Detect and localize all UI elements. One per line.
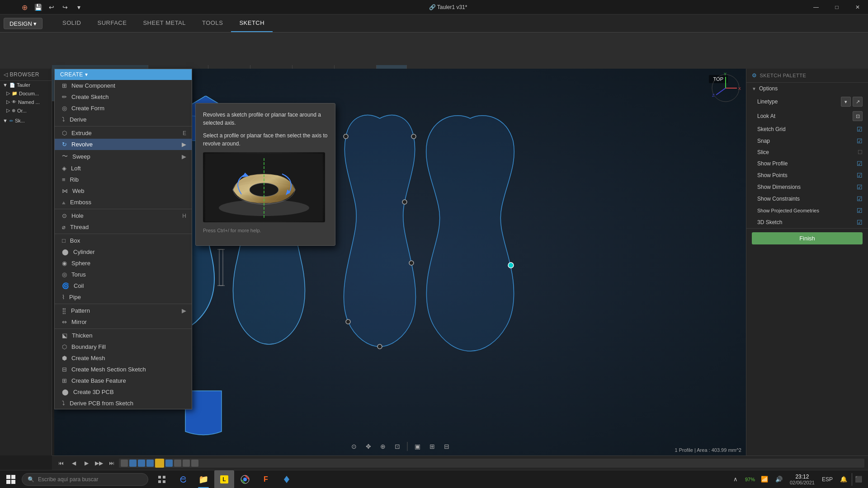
menu-item-pipe[interactable]: ⌇ Pipe [55, 291, 192, 303]
menu-item-revolve[interactable]: ↻ Revolve ▶ [55, 139, 192, 150]
menu-item-emboss[interactable]: ⟁ Emboss [55, 197, 192, 208]
zoom-icon[interactable]: ⊕ [377, 440, 389, 453]
timeline-marker-active[interactable] [155, 459, 164, 468]
menu-item-torus[interactable]: ◎ Torus [55, 269, 192, 280]
menu-item-thread[interactable]: ⌀ Thread [55, 221, 192, 233]
options-header[interactable]: ▼ Options [746, 83, 868, 94]
linetype-icon-btn[interactable]: ↗ [853, 97, 863, 107]
menu-item-web[interactable]: ⋈ Web [55, 185, 192, 197]
menu-item-new-component[interactable]: ⊞ New Component [55, 80, 192, 91]
close-button[interactable]: ✕ [847, 0, 868, 14]
timeline-marker-4[interactable] [146, 460, 154, 467]
menu-item-coil[interactable]: 🌀 Coil [55, 280, 192, 291]
taskbar-search-box[interactable]: 🔍 Escribe aquí para buscar [22, 473, 148, 486]
minimize-button[interactable]: — [806, 0, 826, 14]
timeline-marker-5[interactable] [165, 460, 173, 467]
tray-volume[interactable]: 🔊 [773, 473, 785, 486]
menu-item-hole[interactable]: ⊙ Hole H [55, 210, 192, 221]
timeline-next[interactable]: ▶▶ [94, 458, 104, 469]
language-indicator[interactable]: ESP [819, 476, 835, 483]
menu-item-box[interactable]: □ Box [55, 235, 192, 246]
menu-item-base-feature[interactable]: ⊞ Create Base Feature [55, 375, 192, 386]
menu-item-thicken[interactable]: ⬕ Thicken [55, 330, 192, 341]
timeline-marker-2[interactable] [129, 460, 137, 467]
tree-item-origin[interactable]: ▷ ⊕ Or... [0, 106, 52, 115]
redo-button[interactable]: ↪ [59, 1, 71, 14]
timeline-marker-3[interactable] [138, 460, 145, 467]
finish-button[interactable]: Finish [752, 232, 863, 244]
tab-surface[interactable]: SURFACE [90, 14, 135, 32]
grid-icon[interactable]: ⊟ [440, 440, 453, 453]
linetype-dropdown[interactable]: ▾ [841, 97, 851, 107]
windows-start-button[interactable] [0, 470, 22, 488]
tree-item-named-views[interactable]: ▷ 👁 Named ... [0, 98, 52, 106]
menu-item-loft[interactable]: ◈ Loft [55, 163, 192, 174]
show-desktop-btn[interactable]: ⬛ [852, 473, 864, 486]
tab-sheet-metal[interactable]: SHEET METAL [135, 14, 194, 32]
menu-item-create-mesh[interactable]: ⬢ Create Mesh [55, 352, 192, 364]
timeline-prev[interactable]: ◀ [68, 458, 79, 469]
show-dimensions-checkbox[interactable]: ☑ [857, 183, 863, 191]
taskbar-app-ls[interactable]: L [214, 470, 234, 488]
fit-icon[interactable]: ⊡ [391, 440, 404, 453]
menu-item-mesh-section[interactable]: ⊟ Create Mesh Section Sketch [55, 364, 192, 375]
timeline-marker-8[interactable] [191, 460, 198, 467]
tray-battery[interactable]: 97% [744, 473, 756, 486]
timeline-skip-start[interactable]: ⏮ [56, 458, 66, 469]
menu-item-pattern[interactable]: ⣿ Pattern ▶ [55, 305, 192, 316]
taskbar-app-f[interactable]: F [256, 470, 276, 488]
taskbar-app-chrome[interactable] [235, 470, 255, 488]
sketch-grid-checkbox[interactable]: ☑ [857, 126, 863, 133]
timeline-marker-6[interactable] [174, 460, 181, 467]
show-profile-checkbox[interactable]: ☑ [857, 160, 863, 167]
tree-item-sketch[interactable]: ▼ ✏ Sk... [0, 117, 52, 125]
menu-item-boundary-fill[interactable]: ⬡ Boundary Fill [55, 341, 192, 352]
timeline-marker-7[interactable] [183, 460, 190, 467]
timeline-play[interactable]: ▶ [81, 458, 92, 469]
taskbar-app-taskview[interactable] [152, 470, 172, 488]
taskbar-app-other[interactable] [277, 470, 297, 488]
tab-solid[interactable]: SOLID [54, 14, 90, 32]
menu-item-mirror[interactable]: ⇔ Mirror [55, 316, 192, 328]
menu-item-cylinder[interactable]: ⬤ Cylinder [55, 246, 192, 258]
menu-item-extrude[interactable]: ⬡ Extrude E [55, 127, 192, 139]
view-mode-icon[interactable]: ▣ [411, 440, 424, 453]
menu-item-sweep[interactable]: 〜 Sweep ▶ [55, 150, 192, 163]
3d-sketch-checkbox[interactable]: ☑ [857, 219, 863, 226]
browser-collapse-icon[interactable]: ◁ [4, 71, 8, 78]
dropdown-button[interactable]: ▾ [72, 1, 85, 14]
menu-item-create-3d-pcb[interactable]: ⬤ Create 3D PCB [55, 386, 192, 398]
timeline-skip-end[interactable]: ⏭ [106, 458, 117, 469]
look-at-btn[interactable]: ⊡ [853, 111, 863, 121]
maximize-button[interactable]: □ [826, 0, 847, 14]
notification-icon[interactable]: 🔔 [837, 473, 850, 486]
design-dropdown[interactable]: DESIGN ▾ [4, 18, 42, 29]
tree-item-doc-settings[interactable]: ▷ 📁 Docum... [0, 89, 52, 98]
menu-item-rib[interactable]: ≡ Rib [55, 174, 192, 185]
axis-gizmo[interactable]: X Y Z [710, 72, 741, 104]
undo-button[interactable]: ↩ [45, 1, 58, 14]
orbit-icon[interactable]: ⊙ [348, 440, 360, 453]
show-constraints-checkbox[interactable]: ☑ [857, 195, 863, 202]
menu-item-derive-pcb[interactable]: ⤵ Derive PCB from Sketch [55, 398, 192, 409]
system-clock[interactable]: 23:12 02/06/2021 [787, 474, 817, 485]
pan-icon[interactable]: ✥ [362, 440, 375, 453]
menu-item-sphere[interactable]: ◉ Sphere [55, 258, 192, 269]
menu-item-derive[interactable]: ⤵ Derive [55, 114, 192, 125]
timeline-marker-1[interactable] [121, 460, 128, 467]
display-mode-icon[interactable]: ⊞ [426, 440, 439, 453]
menu-item-create-sketch[interactable]: ✏ Create Sketch [55, 91, 192, 103]
projected-geom-checkbox[interactable]: ☑ [857, 207, 863, 214]
taskbar-app-edge[interactable] [173, 470, 193, 488]
tree-item-root[interactable]: ▼ 📄 Tauler [0, 81, 52, 89]
menu-item-create-form[interactable]: ◎ Create Form [55, 103, 192, 114]
tray-up-arrow[interactable]: ∧ [729, 473, 742, 486]
taskbar-app-explorer[interactable]: 📁 [193, 470, 213, 488]
snap-checkbox[interactable]: ☑ [857, 137, 863, 145]
tab-sketch[interactable]: SKETCH [231, 14, 273, 32]
show-points-checkbox[interactable]: ☑ [857, 172, 863, 179]
slice-checkbox[interactable]: ☐ [858, 149, 863, 155]
tray-network[interactable]: 📶 [758, 473, 771, 486]
timeline-track[interactable] [119, 459, 864, 468]
save-button[interactable]: 💾 [32, 1, 44, 14]
